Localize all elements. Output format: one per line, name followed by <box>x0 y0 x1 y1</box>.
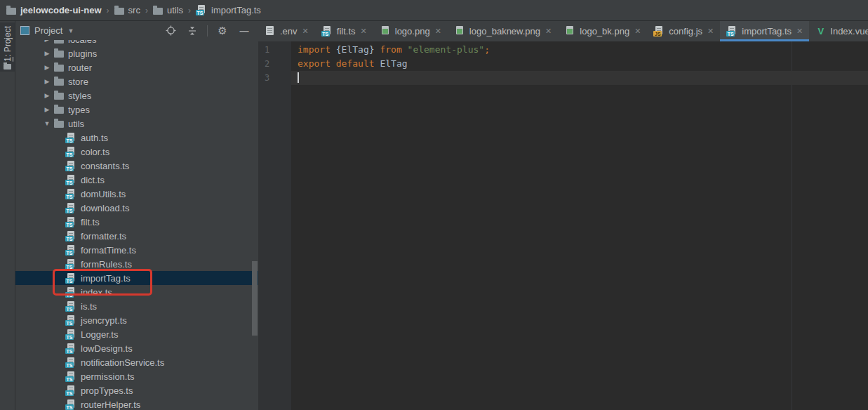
tree-file-row[interactable]: TSdownload.ts <box>15 201 258 215</box>
tab-close-icon[interactable]: ✕ <box>302 27 309 35</box>
tree-folder-row[interactable]: ▶types <box>15 102 258 117</box>
tab-close-icon[interactable]: ✕ <box>435 27 441 35</box>
code-editor[interactable]: 1import {ElTag} from "element-plus";2exp… <box>258 41 868 410</box>
locate-file-icon[interactable] <box>162 24 179 38</box>
editor-tab[interactable]: JSconfig.js✕ <box>647 21 720 41</box>
ts-file-icon: TS <box>65 287 76 298</box>
ts-file-icon: TS <box>65 385 76 396</box>
chevron-right-icon[interactable]: ▶ <box>40 106 54 113</box>
tab-close-icon[interactable]: ✕ <box>634 27 641 35</box>
tree-file-row[interactable]: TSdict.ts <box>15 173 258 187</box>
ts-file-icon: TS <box>65 147 76 157</box>
file-page-shape <box>382 26 389 34</box>
code-lines: 1import {ElTag} from "element-plus";2exp… <box>258 43 868 85</box>
breadcrumb-item[interactable]: jeelowcode-ui-new <box>6 5 102 15</box>
file-page-shape <box>566 26 573 34</box>
editor-tab[interactable]: TSimportTag.ts✕ <box>720 21 809 41</box>
tool-window-button-project[interactable]: 1: Project <box>0 22 15 72</box>
tree-file-label: dict.ts <box>81 175 105 185</box>
editor-tab[interactable]: .env✕ <box>258 21 315 41</box>
tree-file-label: notificationService.ts <box>81 357 164 368</box>
tree-file-row[interactable]: TSconstants.ts <box>15 159 258 173</box>
tree-folder-label: types <box>68 105 90 115</box>
ts-badge: TS <box>65 348 74 354</box>
file-page-shape <box>456 26 463 34</box>
tree-file-row[interactable]: TSfilt.ts <box>15 215 258 229</box>
chevron-down-icon[interactable]: ▼ <box>40 120 54 127</box>
tree-folder-row[interactable]: ▶router <box>15 60 258 74</box>
collapse-all-icon[interactable] <box>184 24 201 38</box>
code-text: import {ElTag} from "element-plus"; <box>291 43 868 57</box>
ts-file-icon: TS <box>65 315 76 326</box>
line-number: 1 <box>258 43 291 57</box>
js-file-icon: JS <box>653 26 665 37</box>
hide-panel-icon[interactable]: — <box>236 24 253 38</box>
editor-tab[interactable]: logo_baknew.png✕ <box>448 21 558 41</box>
chevron-right-icon[interactable]: ▶ <box>40 40 54 43</box>
code-token: from <box>380 44 401 55</box>
tree-file-label: index.ts <box>81 287 112 298</box>
ts-badge: TS <box>65 278 74 284</box>
tree-folder-row[interactable]: ▶plugins <box>15 46 258 60</box>
tree-file-row[interactable]: TSLogger.ts <box>15 327 258 341</box>
ts-file-icon: TS <box>65 161 76 171</box>
ts-file-icon: TS <box>65 273 76 284</box>
ts-file-icon: TS <box>65 357 76 368</box>
tree-file-row[interactable]: TSauth.ts <box>15 131 258 145</box>
tree-file-label: lowDesign.ts <box>81 343 133 354</box>
tree-file-row[interactable]: TSnotificationService.ts <box>15 355 258 369</box>
chevron-right-icon[interactable]: ▶ <box>40 92 54 99</box>
breadcrumb-item[interactable]: TSimportTag.ts <box>196 5 261 15</box>
tree-folder-label: store <box>68 77 88 87</box>
editor-tab[interactable]: VIndex.vue✕ <box>809 21 868 41</box>
tree-file-row[interactable]: TSpermission.ts <box>15 369 258 383</box>
tab-close-icon[interactable]: ✕ <box>361 27 367 35</box>
tree-scrollbar-thumb[interactable] <box>252 261 258 336</box>
tree-file-row[interactable]: TSindex.ts <box>15 285 258 299</box>
tree-file-label: color.ts <box>81 147 109 157</box>
tree-folder-row[interactable]: ▶store <box>15 74 258 88</box>
tab-close-icon[interactable]: ✕ <box>796 27 803 35</box>
tree-file-row[interactable]: TSis.ts <box>15 299 258 313</box>
tree-file-label: domUtils.ts <box>81 189 126 199</box>
code-token: import <box>298 44 330 55</box>
breadcrumb-separator-icon: › <box>145 6 149 15</box>
tree-file-row[interactable]: TSimportTag.ts <box>15 271 258 285</box>
project-panel-title[interactable]: Project <box>34 25 62 36</box>
settings-gear-icon[interactable]: ⚙ <box>214 24 231 38</box>
tree-folder-row[interactable]: ▶locales <box>15 40 258 46</box>
chevron-right-icon[interactable]: ▶ <box>40 78 54 85</box>
breadcrumb-item[interactable]: utils <box>153 5 183 15</box>
tree-file-row[interactable]: TSrouterHelper.ts <box>15 397 258 410</box>
tree-file-row[interactable]: TSformatter.ts <box>15 229 258 243</box>
chevron-right-icon[interactable]: ▶ <box>40 50 54 57</box>
code-line[interactable]: 1import {ElTag} from "element-plus"; <box>258 43 868 57</box>
tree-file-row[interactable]: TSlowDesign.ts <box>15 341 258 355</box>
tree-file-row[interactable]: TSformatTime.ts <box>15 243 258 257</box>
folder-icon <box>54 51 64 58</box>
editor-tab[interactable]: logo.png✕ <box>373 21 448 41</box>
folder-icon <box>54 65 64 72</box>
ts-badge: TS <box>65 222 74 227</box>
tree-folder-row[interactable]: ▶styles <box>15 88 258 102</box>
ts-badge: TS <box>65 138 74 143</box>
tree-file-row[interactable]: TScolor.ts <box>15 145 258 159</box>
breadcrumb-item[interactable]: src <box>114 5 140 15</box>
code-line[interactable]: 3 <box>258 71 868 85</box>
chevron-down-icon[interactable]: ▼ <box>67 27 74 34</box>
editor-tab[interactable]: TSfilt.ts✕ <box>315 21 373 41</box>
tree-file-row[interactable]: TSdomUtils.ts <box>15 187 258 201</box>
tree-file-row[interactable]: TSformRules.ts <box>15 257 258 271</box>
tree-folder-row[interactable]: ▼utils <box>15 117 258 131</box>
ts-file-icon: TS <box>65 259 76 270</box>
code-line[interactable]: 2export default ElTag <box>258 57 868 71</box>
tree-file-row[interactable]: TSjsencrypt.ts <box>15 313 258 327</box>
tree-folder-label: styles <box>68 91 91 101</box>
breadcrumb-separator-icon: › <box>187 6 192 15</box>
ts-file-icon: TS <box>65 245 76 256</box>
editor-tab[interactable]: logo_bk.png✕ <box>558 21 647 41</box>
chevron-right-icon[interactable]: ▶ <box>40 64 54 71</box>
tab-close-icon[interactable]: ✕ <box>707 27 714 35</box>
tab-close-icon[interactable]: ✕ <box>545 27 552 35</box>
tree-file-row[interactable]: TSpropTypes.ts <box>15 383 258 397</box>
